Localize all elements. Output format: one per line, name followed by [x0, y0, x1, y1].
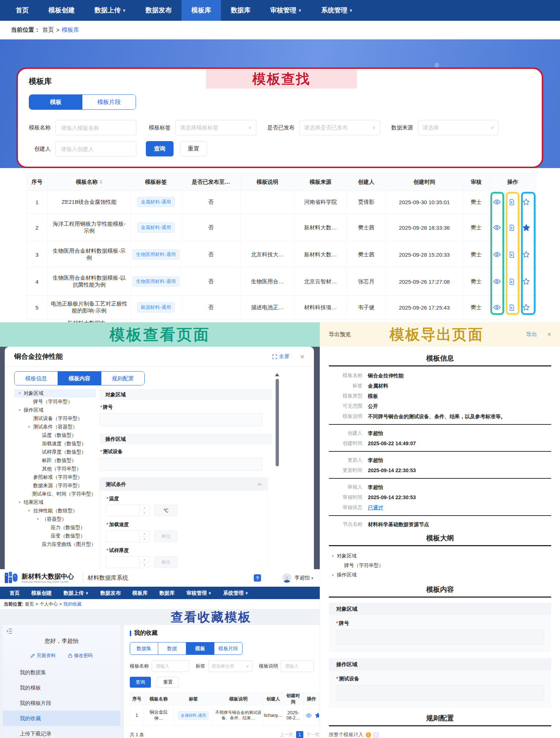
tab-template[interactable]: 模板 [29, 95, 82, 109]
nav-item-audit[interactable]: 审核管理∨ [180, 587, 217, 599]
chevron-down-icon[interactable]: ▾ [311, 576, 313, 580]
collapse-icon[interactable] [7, 629, 12, 634]
desc-input[interactable] [284, 663, 311, 669]
tree-node[interactable]: 其他（字符串型） [14, 465, 96, 473]
close-icon[interactable]: × [300, 353, 304, 361]
sidebar-item-my-fragments[interactable]: 我的模板片段 [3, 695, 120, 711]
tree-node[interactable]: ▾测试条件（容器型） [14, 423, 96, 431]
tab-template-fragment[interactable]: 模板片段 [82, 95, 136, 109]
tree-node[interactable]: 应力应变曲线（图片型） [14, 540, 96, 548]
tree-node[interactable]: 加载速度（数值型） [14, 439, 96, 448]
device-input[interactable] [100, 458, 262, 471]
change-password-link[interactable]: 修改密码 [68, 652, 93, 659]
nav-item-system[interactable]: 系统管理∨ [311, 0, 362, 21]
brand-input[interactable] [100, 413, 262, 426]
tree-node[interactable]: 标距（数值型） [14, 456, 96, 465]
tab-template-info[interactable]: 模板信息 [15, 372, 58, 385]
template-name[interactable]: 生物医用合金材料数据模板-以抗菌性能为例 [48, 268, 131, 295]
username[interactable]: 李超怡 [295, 575, 310, 581]
nav-item-database[interactable]: 数据库 [153, 587, 180, 599]
search-button[interactable]: 查询 [146, 141, 174, 156]
nav-item-template-library[interactable]: 模板库 [182, 0, 221, 21]
breadcrumb-home[interactable]: 首页 [42, 26, 54, 34]
tree-node[interactable]: 温度（数值型） [14, 431, 96, 439]
favorite-icon-active[interactable] [315, 712, 319, 719]
template-name[interactable]: 铜合金拉伸… [144, 705, 174, 726]
nav-item-audit[interactable]: 审核管理∨ [260, 0, 311, 21]
template-name[interactable]: 电池正极极片制备工艺对正极性能的影响-示例 [48, 296, 131, 319]
nav-item-database[interactable]: 数据库 [221, 0, 260, 21]
scrollbar[interactable] [276, 379, 279, 466]
data-source-select[interactable]: 请选择 ∨ [418, 120, 499, 135]
published-select[interactable]: 请选择是否已发布 ∨ [299, 120, 380, 135]
creator-input[interactable] [60, 145, 132, 152]
nav-item-home[interactable]: 首页 [6, 0, 39, 21]
reset-button[interactable]: 重置 [180, 141, 207, 156]
edit-profile-link[interactable]: 完善资料 [31, 652, 56, 659]
sidebar-item-my-templates[interactable]: 我的模板 [3, 680, 120, 695]
unit-select[interactable]: 单位 [154, 531, 178, 542]
tree-node[interactable]: 应力（数值型） [14, 523, 96, 532]
tab-rule-config[interactable]: 规则配置 [101, 372, 144, 385]
tree-node[interactable]: 测试单位、时间（字符串型） [14, 490, 96, 498]
tab-template-content[interactable]: 模板内容 [58, 372, 101, 385]
chevron-up-icon[interactable] [257, 483, 262, 486]
breadcrumb-current[interactable]: 模板库 [62, 26, 79, 34]
export-button[interactable]: 导出 [526, 331, 537, 338]
sidebar-item-records[interactable]: 上传下载记录 [3, 726, 120, 738]
template-name-input[interactable] [60, 124, 132, 131]
stepper-arrows[interactable]: ▲▼ [139, 505, 149, 516]
nav-item-data-publish[interactable]: 数据发布 [94, 587, 127, 599]
breadcrumb-current[interactable]: 我的收藏 [63, 601, 82, 607]
nav-item-data-publish[interactable]: 数据发布 [136, 0, 182, 21]
sidebar-item-my-favorites[interactable]: 我的收藏 [3, 711, 120, 726]
unit-select[interactable]: 单位 [154, 556, 178, 568]
sort-icon[interactable] [100, 180, 102, 184]
nav-item-data-upload[interactable]: 数据上传∨ [85, 0, 136, 21]
tree-node[interactable]: ▾结果区域 [14, 498, 96, 506]
tree-node[interactable]: 参照标准（字符串型） [14, 473, 96, 481]
next-page-button[interactable]: 下一页 [306, 732, 319, 738]
name-input[interactable] [155, 663, 186, 669]
tree-node[interactable]: ▾操作区域 [14, 406, 96, 414]
tree-node[interactable]: 测试设备（字符串型） [14, 414, 96, 423]
tree-node[interactable]: ▾拉伸性能（数组型） [14, 506, 96, 515]
thickness-stepper[interactable]: ▲▼ [106, 556, 149, 568]
template-name[interactable]: 生物医用合金材料数据模板-示例 [48, 242, 131, 267]
fullscreen-button[interactable]: 全屏 [272, 353, 289, 360]
whole-template-checkbox[interactable] [373, 732, 379, 738]
tree-node[interactable]: 应变（数值型） [14, 532, 96, 540]
loading-rate-stepper[interactable]: ▲▼ [106, 531, 149, 542]
close-icon[interactable]: × [547, 330, 551, 338]
nav-item-template-create[interactable]: 模板创建 [39, 0, 85, 21]
tag-select[interactable]: 请选择分类∨ [208, 660, 252, 672]
nav-item-system[interactable]: 系统管理∨ [217, 587, 254, 599]
search-button[interactable]: 查询 [130, 677, 151, 688]
nav-item-home[interactable]: 首页 [4, 587, 26, 599]
stepper-arrows[interactable]: ▲▼ [139, 557, 149, 568]
col-name[interactable]: 模板名称 [48, 174, 131, 190]
tab-template[interactable]: 模板 [186, 642, 214, 655]
nav-item-template-create[interactable]: 模板创建 [26, 587, 58, 599]
sidebar-item-my-datasets[interactable]: 我的数据集 [3, 665, 120, 680]
temperature-stepper[interactable]: ▲▼ [106, 505, 149, 516]
stepper-arrows[interactable]: ▲▼ [139, 531, 149, 542]
scroll-up-icon[interactable] [275, 373, 279, 376]
tab-data[interactable]: 数据 [158, 642, 186, 655]
tab-fragment[interactable]: 模板片段 [214, 642, 242, 655]
tab-dataset[interactable]: 数据集 [130, 642, 158, 655]
prev-page-button[interactable]: 上一页 [280, 732, 293, 738]
template-tag-select[interactable]: 请选择模板标签 ∨ [175, 120, 256, 135]
nav-item-template-library[interactable]: 模板库 [127, 587, 153, 599]
tree-node[interactable]: 试样厚度（数值型） [14, 448, 96, 456]
tree-node[interactable]: 牌号（字符串型） [14, 397, 96, 406]
avatar[interactable] [282, 573, 292, 583]
help-icon[interactable]: ? [254, 574, 261, 582]
tree-node[interactable]: ▾对象区域 [14, 389, 96, 397]
view-icon[interactable] [306, 712, 312, 719]
template-name[interactable]: ZE21B镁合金腐蚀性能 [48, 191, 131, 213]
tree-node[interactable]: 数据来源（字符串型） [14, 481, 96, 490]
template-name[interactable]: 海洋工程用钢板力学性能模板-示例 [48, 214, 131, 241]
page-number[interactable]: 1 [296, 731, 303, 738]
nav-item-data-upload[interactable]: 数据上传∨ [58, 587, 94, 599]
